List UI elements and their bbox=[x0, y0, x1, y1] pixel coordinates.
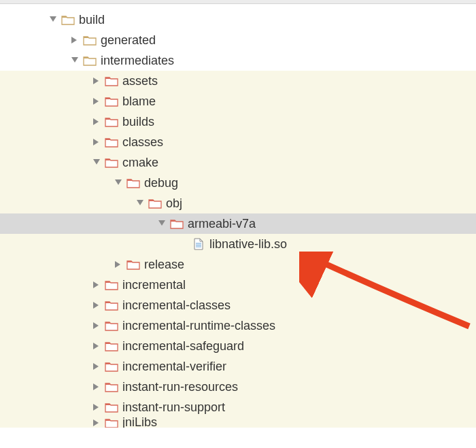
chevron-right-icon[interactable] bbox=[91, 341, 102, 351]
tree-label: builds bbox=[122, 115, 154, 129]
chevron-right-icon[interactable] bbox=[91, 361, 102, 372]
tree-label: blame bbox=[122, 94, 156, 109]
tree-label: classes bbox=[122, 135, 163, 150]
tree-row-incremental-runtime-classes[interactable]: incremental-runtime-classes bbox=[0, 315, 476, 336]
tree-label: jniLibs bbox=[122, 417, 157, 428]
file-tree: build generated intermediates assets bbox=[0, 4, 476, 428]
tree-row-assets[interactable]: assets bbox=[0, 71, 476, 91]
folder-icon bbox=[83, 54, 97, 67]
tree-row-release[interactable]: release bbox=[0, 254, 476, 275]
tree-row-instant-run-support[interactable]: instant-run-support bbox=[0, 397, 476, 417]
folder-icon bbox=[105, 400, 118, 414]
folder-icon bbox=[105, 115, 118, 128]
tree-row-incremental-safeguard[interactable]: incremental-safeguard bbox=[0, 336, 476, 356]
folder-icon bbox=[105, 94, 118, 108]
folder-icon bbox=[126, 176, 140, 190]
tree-label: incremental-runtime-classes bbox=[122, 319, 275, 333]
chevron-right-icon[interactable] bbox=[91, 417, 102, 428]
chevron-right-icon[interactable] bbox=[91, 300, 102, 311]
tree-label: build bbox=[79, 13, 105, 27]
tree-row-build[interactable]: build bbox=[0, 10, 476, 30]
folder-icon bbox=[105, 135, 118, 149]
folder-icon bbox=[126, 258, 140, 271]
tree-row-cmake[interactable]: cmake bbox=[0, 152, 476, 173]
tree-label: incremental-verifier bbox=[122, 360, 226, 374]
chevron-right-icon[interactable] bbox=[91, 381, 102, 392]
tree-row-jnilibs[interactable]: jniLibs bbox=[0, 417, 476, 428]
chevron-right-icon[interactable] bbox=[91, 320, 102, 331]
folder-icon bbox=[105, 74, 118, 88]
chevron-down-icon[interactable] bbox=[113, 177, 124, 188]
folder-icon bbox=[105, 156, 118, 169]
tree-label: release bbox=[144, 258, 184, 272]
tree-row-builds[interactable]: builds bbox=[0, 111, 476, 132]
chevron-right-icon[interactable] bbox=[91, 402, 102, 413]
file-icon bbox=[192, 237, 205, 251]
chevron-right-icon[interactable] bbox=[91, 137, 102, 148]
tree-label: instant-run-support bbox=[122, 400, 225, 415]
tree-label: debug bbox=[144, 176, 178, 190]
tree-row-instant-run-resources[interactable]: instant-run-resources bbox=[0, 377, 476, 397]
tree-label: assets bbox=[122, 74, 158, 88]
tree-row-incremental[interactable]: incremental bbox=[0, 275, 476, 295]
folder-icon bbox=[105, 380, 118, 394]
tree-row-generated[interactable]: generated bbox=[0, 30, 476, 50]
tree-label: libnative-lib.so bbox=[209, 237, 287, 252]
chevron-down-icon[interactable] bbox=[91, 157, 102, 168]
tree-row-libnative[interactable]: libnative-lib.so bbox=[0, 234, 476, 254]
tree-row-classes[interactable]: classes bbox=[0, 132, 476, 152]
tree-row-obj[interactable]: obj bbox=[0, 193, 476, 213]
folder-icon bbox=[83, 33, 97, 47]
chevron-right-icon[interactable] bbox=[91, 116, 102, 127]
folder-icon bbox=[105, 360, 118, 373]
chevron-down-icon[interactable] bbox=[69, 55, 80, 66]
tree-row-armeabi-v7a[interactable]: armeabi-v7a bbox=[0, 213, 476, 234]
tree-label: incremental-safeguard bbox=[122, 339, 244, 354]
chevron-right-icon[interactable] bbox=[91, 279, 102, 290]
folder-icon bbox=[105, 278, 118, 292]
tree-row-incremental-classes[interactable]: incremental-classes bbox=[0, 295, 476, 315]
folder-icon bbox=[61, 13, 75, 27]
chevron-down-icon[interactable] bbox=[135, 198, 146, 209]
tree-label: generated bbox=[101, 33, 156, 48]
chevron-right-icon[interactable] bbox=[91, 96, 102, 107]
folder-icon bbox=[105, 417, 118, 428]
folder-icon bbox=[105, 298, 118, 312]
folder-icon bbox=[148, 196, 162, 210]
tree-label: armeabi-v7a bbox=[188, 217, 256, 231]
chevron-down-icon[interactable] bbox=[156, 218, 167, 229]
tree-label: cmake bbox=[122, 156, 158, 170]
chevron-right-icon[interactable] bbox=[69, 35, 80, 46]
tree-row-debug[interactable]: debug bbox=[0, 173, 476, 193]
chevron-right-icon[interactable] bbox=[113, 259, 124, 270]
tree-row-blame[interactable]: blame bbox=[0, 91, 476, 111]
chevron-right-icon[interactable] bbox=[91, 75, 102, 86]
folder-icon bbox=[170, 217, 184, 230]
tree-label: obj bbox=[166, 196, 182, 211]
tree-label: instant-run-resources bbox=[122, 380, 238, 394]
folder-icon bbox=[105, 339, 118, 353]
tree-label: incremental bbox=[122, 278, 186, 292]
tree-row-intermediates[interactable]: intermediates bbox=[0, 50, 476, 71]
tree-label: intermediates bbox=[101, 54, 174, 68]
tree-label: incremental-classes bbox=[122, 298, 231, 313]
chevron-down-icon[interactable] bbox=[48, 14, 58, 25]
folder-icon bbox=[105, 319, 118, 332]
tree-row-incremental-verifier[interactable]: incremental-verifier bbox=[0, 356, 476, 377]
